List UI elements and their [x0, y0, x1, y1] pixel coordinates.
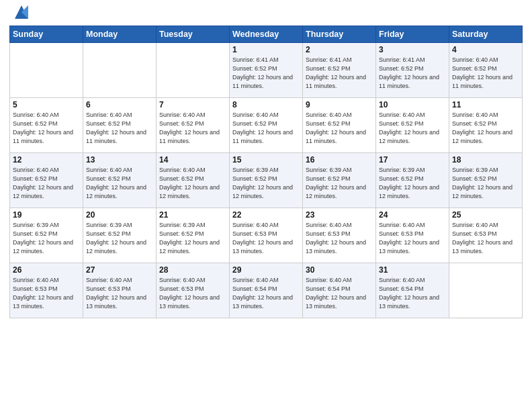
day-number: 24 — [379, 210, 446, 220]
day-number: 30 — [306, 265, 373, 275]
day-info: Sunrise: 6:39 AMSunset: 6:52 PMDaylight:… — [86, 221, 153, 256]
calendar-row-3: 19Sunrise: 6:39 AMSunset: 6:52 PMDayligh… — [10, 208, 523, 263]
calendar-row-4: 26Sunrise: 6:40 AMSunset: 6:53 PMDayligh… — [10, 263, 523, 318]
day-number: 6 — [86, 100, 153, 109]
weekday-monday: Monday — [83, 26, 157, 43]
calendar-cell: 6Sunrise: 6:40 AMSunset: 6:52 PMDaylight… — [83, 98, 157, 153]
logo — [9, 7, 31, 21]
page: SundayMondayTuesdayWednesdayThursdayFrid… — [0, 0, 532, 411]
day-info: Sunrise: 6:39 AMSunset: 6:52 PMDaylight:… — [232, 166, 300, 201]
calendar-cell: 25Sunrise: 6:40 AMSunset: 6:53 PMDayligh… — [449, 208, 523, 263]
day-number: 2 — [306, 45, 373, 54]
calendar-row-0: 1Sunrise: 6:41 AMSunset: 6:52 PMDaylight… — [10, 43, 523, 98]
day-number: 3 — [379, 45, 446, 54]
calendar-cell: 2Sunrise: 6:41 AMSunset: 6:52 PMDaylight… — [303, 43, 376, 98]
day-number: 9 — [306, 100, 373, 109]
weekday-sunday: Sunday — [10, 26, 83, 43]
day-number: 19 — [13, 210, 80, 220]
day-number: 17 — [379, 155, 446, 165]
calendar-cell: 13Sunrise: 6:40 AMSunset: 6:52 PMDayligh… — [83, 153, 157, 208]
logo-icon — [12, 3, 31, 21]
weekday-saturday: Saturday — [449, 26, 523, 43]
calendar-cell: 1Sunrise: 6:41 AMSunset: 6:52 PMDaylight… — [230, 43, 303, 98]
day-info: Sunrise: 6:40 AMSunset: 6:53 PMDaylight:… — [379, 221, 446, 256]
calendar-cell: 14Sunrise: 6:40 AMSunset: 6:52 PMDayligh… — [157, 153, 230, 208]
day-number: 28 — [159, 265, 226, 275]
calendar-cell: 16Sunrise: 6:39 AMSunset: 6:52 PMDayligh… — [303, 153, 376, 208]
calendar-cell: 24Sunrise: 6:40 AMSunset: 6:53 PMDayligh… — [376, 208, 449, 263]
calendar-cell: 21Sunrise: 6:39 AMSunset: 6:52 PMDayligh… — [157, 208, 230, 263]
day-number: 22 — [232, 210, 300, 220]
day-info: Sunrise: 6:39 AMSunset: 6:52 PMDaylight:… — [379, 166, 446, 201]
day-info: Sunrise: 6:40 AMSunset: 6:53 PMDaylight:… — [13, 276, 80, 311]
day-number: 15 — [232, 155, 300, 165]
weekday-header-row: SundayMondayTuesdayWednesdayThursdayFrid… — [10, 26, 523, 43]
calendar-row-1: 5Sunrise: 6:40 AMSunset: 6:52 PMDaylight… — [10, 98, 523, 153]
calendar-cell — [83, 43, 157, 98]
day-info: Sunrise: 6:40 AMSunset: 6:53 PMDaylight:… — [306, 221, 373, 256]
day-info: Sunrise: 6:40 AMSunset: 6:52 PMDaylight:… — [86, 111, 153, 146]
calendar-cell: 15Sunrise: 6:39 AMSunset: 6:52 PMDayligh… — [230, 153, 303, 208]
day-number: 4 — [452, 45, 519, 54]
day-info: Sunrise: 6:40 AMSunset: 6:52 PMDaylight:… — [306, 111, 373, 146]
day-info: Sunrise: 6:40 AMSunset: 6:52 PMDaylight:… — [379, 111, 446, 146]
day-number: 1 — [232, 45, 300, 54]
calendar-cell: 10Sunrise: 6:40 AMSunset: 6:52 PMDayligh… — [376, 98, 449, 153]
calendar-cell: 22Sunrise: 6:40 AMSunset: 6:53 PMDayligh… — [230, 208, 303, 263]
day-number: 29 — [232, 265, 300, 275]
day-number: 26 — [13, 265, 80, 275]
day-number: 25 — [452, 210, 519, 220]
day-info: Sunrise: 6:39 AMSunset: 6:52 PMDaylight:… — [13, 221, 80, 256]
day-number: 16 — [306, 155, 373, 165]
day-number: 14 — [159, 155, 226, 165]
day-info: Sunrise: 6:40 AMSunset: 6:52 PMDaylight:… — [452, 56, 519, 91]
day-number: 21 — [159, 210, 226, 220]
calendar-cell: 28Sunrise: 6:40 AMSunset: 6:53 PMDayligh… — [157, 263, 230, 318]
weekday-wednesday: Wednesday — [230, 26, 303, 43]
day-info: Sunrise: 6:41 AMSunset: 6:52 PMDaylight:… — [232, 56, 300, 91]
weekday-friday: Friday — [376, 26, 449, 43]
calendar-cell: 8Sunrise: 6:40 AMSunset: 6:52 PMDaylight… — [230, 98, 303, 153]
calendar-cell — [449, 263, 523, 318]
day-info: Sunrise: 6:40 AMSunset: 6:52 PMDaylight:… — [452, 111, 519, 146]
calendar-cell: 9Sunrise: 6:40 AMSunset: 6:52 PMDaylight… — [303, 98, 376, 153]
calendar-cell: 3Sunrise: 6:41 AMSunset: 6:52 PMDaylight… — [376, 43, 449, 98]
calendar-cell: 26Sunrise: 6:40 AMSunset: 6:53 PMDayligh… — [10, 263, 83, 318]
day-number: 13 — [86, 155, 153, 165]
day-number: 10 — [379, 100, 446, 109]
weekday-thursday: Thursday — [303, 26, 376, 43]
calendar-cell: 4Sunrise: 6:40 AMSunset: 6:52 PMDaylight… — [449, 43, 523, 98]
day-info: Sunrise: 6:39 AMSunset: 6:52 PMDaylight:… — [306, 166, 373, 201]
day-info: Sunrise: 6:40 AMSunset: 6:54 PMDaylight:… — [232, 276, 300, 311]
day-info: Sunrise: 6:40 AMSunset: 6:53 PMDaylight:… — [232, 221, 300, 256]
day-info: Sunrise: 6:40 AMSunset: 6:52 PMDaylight:… — [13, 166, 80, 201]
calendar-row-2: 12Sunrise: 6:40 AMSunset: 6:52 PMDayligh… — [10, 153, 523, 208]
calendar-cell: 17Sunrise: 6:39 AMSunset: 6:52 PMDayligh… — [376, 153, 449, 208]
day-info: Sunrise: 6:40 AMSunset: 6:54 PMDaylight:… — [306, 276, 373, 311]
day-number: 5 — [13, 100, 80, 109]
day-number: 31 — [379, 265, 446, 275]
day-info: Sunrise: 6:40 AMSunset: 6:52 PMDaylight:… — [86, 166, 153, 201]
calendar-cell: 18Sunrise: 6:39 AMSunset: 6:52 PMDayligh… — [449, 153, 523, 208]
calendar-cell: 12Sunrise: 6:40 AMSunset: 6:52 PMDayligh… — [10, 153, 83, 208]
day-info: Sunrise: 6:40 AMSunset: 6:53 PMDaylight:… — [452, 221, 519, 256]
day-info: Sunrise: 6:40 AMSunset: 6:52 PMDaylight:… — [159, 166, 226, 201]
day-number: 8 — [232, 100, 300, 109]
calendar-cell: 23Sunrise: 6:40 AMSunset: 6:53 PMDayligh… — [303, 208, 376, 263]
day-number: 27 — [86, 265, 153, 275]
day-number: 18 — [452, 155, 519, 165]
day-info: Sunrise: 6:41 AMSunset: 6:52 PMDaylight:… — [306, 56, 373, 91]
header — [9, 7, 523, 21]
calendar-cell: 27Sunrise: 6:40 AMSunset: 6:53 PMDayligh… — [83, 263, 157, 318]
calendar-cell: 30Sunrise: 6:40 AMSunset: 6:54 PMDayligh… — [303, 263, 376, 318]
day-number: 20 — [86, 210, 153, 220]
day-info: Sunrise: 6:40 AMSunset: 6:54 PMDaylight:… — [379, 276, 446, 311]
day-number: 12 — [13, 155, 80, 165]
day-info: Sunrise: 6:40 AMSunset: 6:52 PMDaylight:… — [232, 111, 300, 146]
calendar-cell: 11Sunrise: 6:40 AMSunset: 6:52 PMDayligh… — [449, 98, 523, 153]
day-info: Sunrise: 6:39 AMSunset: 6:52 PMDaylight:… — [159, 221, 226, 256]
calendar-table: SundayMondayTuesdayWednesdayThursdayFrid… — [9, 26, 523, 318]
day-number: 11 — [452, 100, 519, 109]
day-number: 23 — [306, 210, 373, 220]
day-info: Sunrise: 6:39 AMSunset: 6:52 PMDaylight:… — [452, 166, 519, 201]
